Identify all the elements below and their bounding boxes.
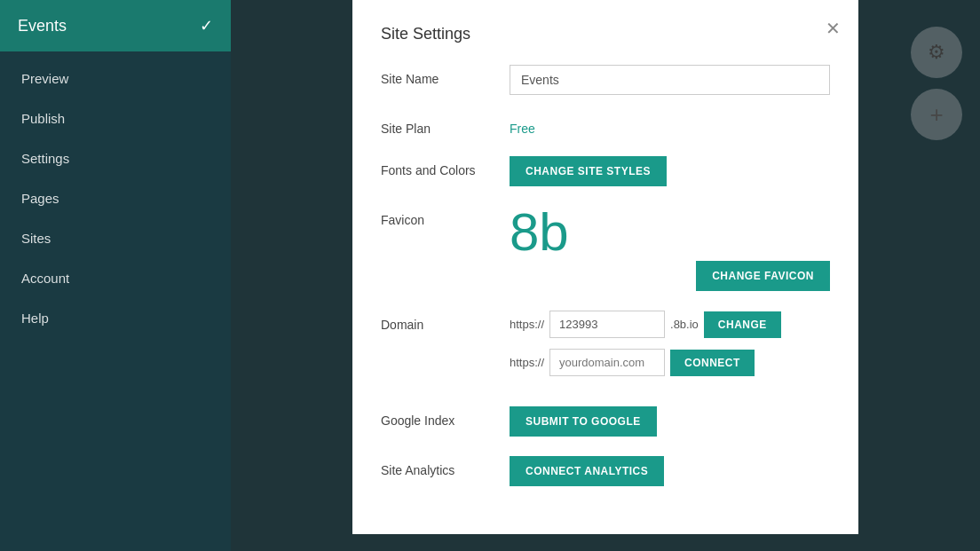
submit-google-button[interactable]: SUBMIT TO GOOGLE [510,406,657,437]
sidebar-item-pages[interactable]: Pages [0,178,231,218]
site-plan-content: Free [510,114,830,137]
favicon-label: Favicon [381,206,510,227]
custom-domain-prefix: https:// [510,356,544,369]
site-name-label: Site Name [381,65,510,86]
connect-domain-button[interactable]: CONNECT [670,350,755,376]
fonts-colors-label: Fonts and Colors [381,156,510,177]
google-index-content: SUBMIT TO GOOGLE [510,406,830,437]
favicon-display: 8b [510,206,569,259]
domain-suffix: .8b.io [670,318,699,331]
site-analytics-row: Site Analytics CONNECT ANALYTICS [381,456,830,486]
fonts-colors-row: Fonts and Colors CHANGE SITE STYLES [381,156,830,186]
site-plan-link[interactable]: Free [510,114,535,136]
site-analytics-content: CONNECT ANALYTICS [510,456,830,486]
site-plan-row: Site Plan Free [381,114,830,137]
sidebar-site-name: Events [18,17,67,35]
close-button[interactable]: ✕ [826,18,841,39]
site-name-content [510,65,830,95]
sidebar-item-publish[interactable]: Publish [0,98,231,138]
sidebar-item-settings[interactable]: Settings [0,138,231,178]
site-plan-label: Site Plan [381,114,510,136]
sidebar: Events ✓ Preview Publish Settings Pages … [0,0,231,551]
site-settings-modal: Site Settings ✕ Site Name Site Plan Free… [352,0,858,534]
domain-row: Domain https:// .8b.io CHANGE https:// C… [381,311,830,387]
domain-label: Domain [381,311,510,332]
sidebar-item-help[interactable]: Help [0,298,231,338]
fonts-colors-content: CHANGE SITE STYLES [510,156,830,186]
favicon-content: 8b CHANGE FAVICON [510,206,830,291]
check-icon: ✓ [200,16,213,35]
site-analytics-label: Site Analytics [381,456,510,477]
sidebar-item-account[interactable]: Account [0,258,231,298]
site-name-row: Site Name [381,65,830,95]
sidebar-item-preview[interactable]: Preview [0,59,231,98]
modal-title: Site Settings [381,25,830,43]
domain-custom-row: https:// CONNECT [510,349,830,376]
domain-input[interactable] [549,311,665,338]
google-index-label: Google Index [381,406,510,428]
sidebar-item-sites[interactable]: Sites [0,218,231,258]
change-styles-button[interactable]: CHANGE SITE STYLES [510,156,667,186]
favicon-row: Favicon 8b CHANGE FAVICON [381,206,830,291]
domain-prefix: https:// [510,318,544,331]
sidebar-header[interactable]: Events ✓ [0,0,231,51]
change-domain-button[interactable]: CHANGE [704,311,781,338]
modal-backdrop: Site Settings ✕ Site Name Site Plan Free… [231,0,980,551]
google-index-row: Google Index SUBMIT TO GOOGLE [381,406,830,437]
domain-content: https:// .8b.io CHANGE https:// CONNECT [510,311,830,387]
domain-primary-row: https:// .8b.io CHANGE [510,311,830,338]
change-favicon-button[interactable]: CHANGE FAVICON [696,261,830,291]
sidebar-nav: Preview Publish Settings Pages Sites Acc… [0,51,231,345]
connect-analytics-button[interactable]: CONNECT ANALYTICS [510,456,664,486]
custom-domain-input[interactable] [549,349,665,376]
site-name-input[interactable] [510,65,830,95]
